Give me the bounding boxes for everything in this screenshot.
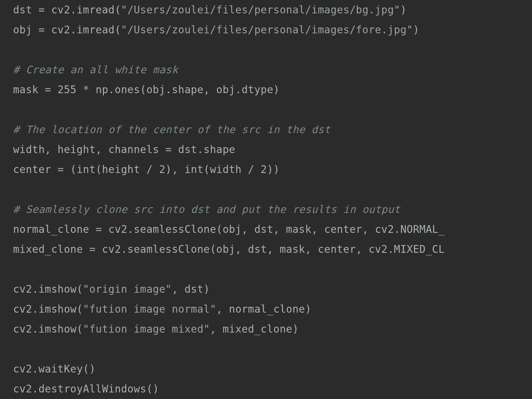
code-line: normal_clone = cv2.seamlessClone(obj, ds…: [13, 223, 445, 235]
code-editor[interactable]: dst = cv2.imread("/Users/zoulei/files/pe…: [0, 0, 532, 399]
code-line: center = (int(height / 2), int(width / 2…: [13, 163, 280, 175]
code-comment: # Create an all white mask: [13, 64, 178, 76]
code-token-string: "/Users/zoulei/files/personal/images/for…: [121, 24, 413, 36]
code-line: obj = cv2.imread("/Users/zoulei/files/pe…: [13, 24, 419, 36]
code-token: cv2.imshow(: [13, 283, 83, 295]
code-token: , dst): [172, 283, 210, 295]
code-token: ): [400, 4, 406, 16]
code-line: cv2.imshow("fution image normal", normal…: [13, 303, 311, 315]
code-line: width, height, channels = dst.shape: [13, 143, 235, 156]
code-token-string: "/Users/zoulei/files/personal/images/bg.…: [121, 4, 400, 16]
code-token: dst = cv2.imread(: [13, 4, 121, 16]
code-comment: # Seamlessly clone src into dst and put …: [13, 203, 400, 215]
code-line: cv2.imshow("fution image mixed", mixed_c…: [13, 323, 299, 335]
code-token-string: "fution image mixed": [83, 323, 210, 335]
code-token-string: "fution image normal": [83, 303, 216, 315]
code-line: cv2.waitKey(): [13, 363, 96, 375]
code-line: dst = cv2.imread("/Users/zoulei/files/pe…: [13, 4, 407, 16]
code-token: obj = cv2.imread(: [13, 24, 121, 36]
code-line: cv2.destroyAllWindows(): [13, 383, 159, 395]
code-token: cv2.imshow(: [13, 323, 83, 335]
code-line: mask = 255 * np.ones(obj.shape, obj.dtyp…: [13, 84, 280, 96]
code-token: , mixed_clone): [210, 323, 299, 335]
code-comment: # The location of the center of the src …: [13, 123, 330, 136]
code-token: ): [413, 24, 419, 36]
code-token-string: "origin image": [83, 283, 172, 295]
code-line: mixed_clone = cv2.seamlessClone(obj, dst…: [13, 243, 445, 255]
code-line: cv2.imshow("origin image", dst): [13, 283, 210, 295]
code-token: cv2.imshow(: [13, 303, 83, 315]
code-token: , normal_clone): [216, 303, 312, 315]
